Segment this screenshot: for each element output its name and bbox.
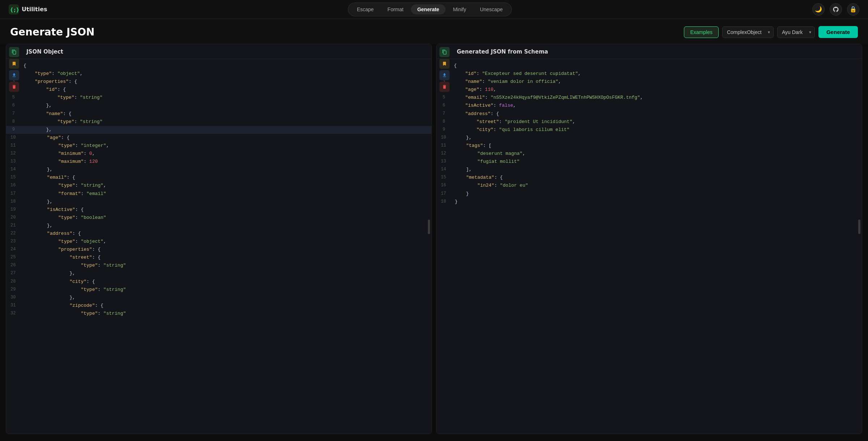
code-line-1: 1 { xyxy=(6,62,431,70)
code-content: "email": { xyxy=(21,174,427,182)
line-number: 13 xyxy=(441,158,452,165)
code-content: }, xyxy=(21,294,427,302)
svg-text:{;}: {;} xyxy=(10,7,19,13)
right-copy-button[interactable] xyxy=(439,47,450,57)
code-line-8: 8 "type": "string" xyxy=(6,118,431,126)
brand-icon: {;} xyxy=(9,4,19,14)
left-delete-button[interactable] xyxy=(9,82,19,92)
code-content: "format": "email" xyxy=(21,190,427,198)
schema-dropdown[interactable]: ComplexObject xyxy=(722,26,774,38)
code-content: "type": "string" xyxy=(21,286,427,294)
header-controls: Examples ComplexObject Ayu Dark Generate xyxy=(684,26,858,38)
right-panel: Generated JSON from Schema 1 { 2 "id": "… xyxy=(436,44,862,434)
code-content: "type": "string" xyxy=(21,310,427,318)
github-button[interactable] xyxy=(830,3,842,16)
code-content: "type": "string" xyxy=(21,262,427,270)
line-number: 9 xyxy=(441,126,451,133)
code-line-13: 13 "fugiat mollit" xyxy=(437,158,862,166)
tab-minify[interactable]: Minify xyxy=(446,4,473,14)
code-content: "type": "string" xyxy=(21,118,427,126)
line-number: 32 xyxy=(10,310,21,317)
code-line-29: 29 "type": "string" xyxy=(6,286,431,294)
code-content: "address": { xyxy=(451,110,858,118)
theme-toggle-button[interactable]: 🌙 xyxy=(812,3,825,16)
left-scroll-indicator xyxy=(428,220,430,234)
right-code-area[interactable]: 1 { 2 "id": "Excepteur sed deserunt cupi… xyxy=(437,59,862,434)
tab-format[interactable]: Format xyxy=(381,4,410,14)
code-line-10: 10 "age": { xyxy=(6,134,431,142)
right-download-button[interactable] xyxy=(439,70,450,80)
code-line-9: 9 }, xyxy=(6,126,431,134)
left-panel: JSON Object 1 { 2 "type": "object", 3 "p… xyxy=(6,44,432,434)
line-number: 12 xyxy=(441,150,452,157)
code-line-16: 16 "type": "string", xyxy=(6,182,431,190)
right-delete-button[interactable] xyxy=(439,82,450,92)
right-panel-header: Generated JSON from Schema xyxy=(437,44,862,59)
line-number: 7 xyxy=(441,110,451,117)
line-number: 18 xyxy=(441,198,452,205)
line-number: 23 xyxy=(10,238,21,245)
code-content: }, xyxy=(21,270,427,277)
code-line-2: 2 "type": "object", xyxy=(6,70,431,78)
code-content: } xyxy=(452,190,858,198)
panels-container: JSON Object 1 { 2 "type": "object", 3 "p… xyxy=(0,44,868,440)
code-line-5: 5 "email": "nS5Xze24kHqyaf9@VtkiZePZqmLI… xyxy=(437,94,862,102)
line-number: 27 xyxy=(10,270,21,277)
code-line-17: 17 "format": "email" xyxy=(6,190,431,198)
line-number: 8 xyxy=(441,118,451,125)
line-number: 16 xyxy=(10,182,21,189)
code-content: "properties": { xyxy=(21,246,427,254)
code-line-22: 22 "address": { xyxy=(6,230,431,238)
theme-dropdown[interactable]: Ayu Dark xyxy=(777,26,815,38)
examples-button[interactable]: Examples xyxy=(684,26,718,38)
code-line-6: 6 "isActive": false, xyxy=(437,102,862,110)
code-line-18: 18 } xyxy=(437,198,862,206)
line-number: 12 xyxy=(10,150,21,157)
line-number: 28 xyxy=(10,278,21,285)
code-content: }, xyxy=(21,198,427,206)
code-content: "isActive": { xyxy=(21,206,427,214)
line-number: 6 xyxy=(441,102,451,109)
code-line-11: 11 "type": "integer", xyxy=(6,142,431,150)
code-content: "age": { xyxy=(21,134,427,142)
left-bookmark-button[interactable] xyxy=(9,59,19,69)
left-code-area[interactable]: 1 { 2 "type": "object", 3 "properties": … xyxy=(6,59,431,434)
code-content: "age": 110, xyxy=(451,86,858,94)
line-number: 29 xyxy=(10,286,21,293)
line-number: 17 xyxy=(441,190,452,197)
line-number: 8 xyxy=(10,118,21,125)
code-content: "street": "proident Ut incididunt", xyxy=(451,118,858,126)
code-line-26: 26 "type": "string" xyxy=(6,262,431,270)
nav-icons: 🌙 🔒 xyxy=(812,3,859,16)
code-content: "metadata": { xyxy=(452,174,858,182)
code-line-1: 1 { xyxy=(437,62,862,70)
left-copy-button[interactable] xyxy=(9,47,19,57)
code-line-4: 4 "id": { xyxy=(6,86,431,94)
code-line-15: 15 "metadata": { xyxy=(437,174,862,182)
code-line-15: 15 "email": { xyxy=(6,174,431,182)
code-line-12: 12 "deserunt magna", xyxy=(437,150,862,158)
code-line-5: 5 "type": "string" xyxy=(6,94,431,102)
generate-button[interactable]: Generate xyxy=(818,26,858,38)
code-line-7: 7 "address": { xyxy=(437,110,862,118)
theme-dropdown-wrapper: Ayu Dark xyxy=(777,26,815,38)
line-number: 11 xyxy=(441,142,452,149)
code-content: "type": "string" xyxy=(21,94,427,102)
schema-dropdown-wrapper: ComplexObject xyxy=(722,26,774,38)
line-number: 22 xyxy=(10,230,21,237)
code-line-20: 20 "type": "boolean" xyxy=(6,214,431,222)
code-line-7: 7 "name": { xyxy=(6,110,431,118)
code-line-18: 18 }, xyxy=(6,198,431,206)
line-number: 24 xyxy=(10,246,21,253)
code-line-31: 31 "zipcode": { xyxy=(6,302,431,310)
right-bookmark-button[interactable] xyxy=(439,59,450,69)
code-content: "type": "integer", xyxy=(21,142,427,150)
left-download-button[interactable] xyxy=(9,70,19,80)
code-content: "minimum": 0, xyxy=(21,150,427,158)
lock-button[interactable]: 🔒 xyxy=(847,3,859,16)
tab-unescape[interactable]: Unescape xyxy=(473,4,509,14)
tab-generate[interactable]: Generate xyxy=(411,4,446,14)
code-content: "properties": { xyxy=(21,78,427,86)
line-number: 25 xyxy=(10,254,21,261)
tab-escape[interactable]: Escape xyxy=(350,4,380,14)
